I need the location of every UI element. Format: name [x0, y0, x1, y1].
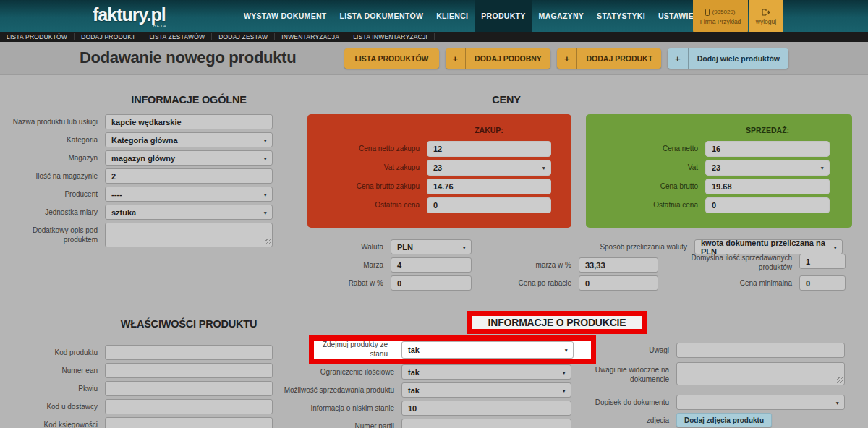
field-label: Cena brutto [586, 179, 705, 192]
purchase-vat-select[interactable]: 23▼ [427, 160, 551, 176]
dropdown-arrow-icon: ▼ [564, 347, 569, 352]
page-title: Dodawanie nowego produktu [80, 48, 296, 67]
field-label: Marża [275, 257, 391, 270]
field-label: zdjęcia [542, 413, 676, 426]
list-products-button[interactable]: LISTA PRODUKTÓW [344, 48, 438, 69]
sale-vat-select[interactable]: 23▼ [705, 160, 830, 176]
subnav-item-dodaj-zestaw[interactable]: DODAJ ZESTAW [212, 33, 275, 40]
price-after-discount-input[interactable]: 0 [579, 275, 658, 291]
account-area: (985029) Firma Przykład wyloguj [693, 0, 783, 33]
logout-label: wyloguj [756, 18, 776, 25]
section-title-general: INFORMACJE OGÓLNE [105, 94, 273, 106]
field-label: Możliwość sprzedawania produktu [213, 382, 401, 395]
sale-price-box: SPRZEDAŻ: Cena netto 16 Vat 23▼ Cena bru… [586, 114, 852, 228]
sale-box-title: SPRZEDAŻ: [705, 126, 830, 134]
subnav-item-dodaj-produkt[interactable]: DODAJ PRODUKT [75, 33, 142, 40]
default-qty-input[interactable]: 1 [799, 254, 846, 269]
field-label: Ilość na magazynie [7, 168, 105, 181]
nav-item-magazyny[interactable]: MAGAZYNY [532, 0, 590, 32]
purchase-box-title: ZAKUP: [427, 126, 551, 134]
dropdown-arrow-icon: ▼ [263, 155, 268, 160]
remarks-input[interactable] [676, 343, 845, 358]
subnav-item-lista-inwentaryzacji[interactable]: LISTA INWENTARYZACJI [346, 33, 435, 40]
sale-net-input[interactable]: 16 [705, 141, 830, 157]
dropdown-arrow-icon: ▼ [820, 166, 825, 171]
min-price-input[interactable]: 0 [799, 275, 846, 291]
sale-last-price-input[interactable]: 0 [705, 197, 830, 213]
field-label: Producent [7, 187, 105, 200]
description-textarea[interactable] [105, 223, 273, 247]
product-name-field[interactable]: kapcie wędkarskie [105, 114, 273, 129]
field-label: Informacja o niskim stanie [213, 401, 401, 414]
stock-input[interactable]: 2 [105, 168, 273, 184]
plus-icon: + [557, 48, 578, 69]
dropdown-arrow-icon: ▼ [562, 388, 566, 393]
dropdown-arrow-icon: ▼ [263, 137, 268, 142]
field-label: Pkwiu [7, 381, 105, 394]
plus-icon: + [668, 48, 689, 69]
beta-badge: BETA [153, 24, 166, 28]
doc-note-select[interactable]: ▼ [676, 395, 845, 410]
field-label: Kategoria [7, 132, 105, 145]
purchase-last-price-input[interactable]: 0 [427, 197, 551, 213]
field-label: marża w % [474, 257, 579, 270]
margin-pct-input[interactable]: 33,33 [579, 257, 658, 273]
page-header: Dodawanie nowego produktu LISTA PRODUKTÓ… [0, 42, 868, 75]
account-info-button[interactable]: (985029) Firma Przykład [693, 0, 748, 33]
subnav-item-lista-zestawow[interactable]: LISTA ZESTAWÓW [142, 33, 212, 40]
field-label: Dodatkowy opis pod produktem [7, 223, 105, 244]
field-label: Ostatnia cena [586, 197, 705, 210]
dropdown-arrow-icon: ▼ [263, 210, 268, 215]
producer-select[interactable]: ----▼ [105, 187, 273, 202]
currency-conversion-select[interactable]: kwota dokumentu przeliczana na PLN▼ [694, 239, 843, 254]
header-buttons: LISTA PRODUKTÓW + DODAJ PODOBNY + DODAJ … [344, 48, 788, 69]
dropdown-arrow-icon: ▼ [835, 400, 840, 405]
purchase-gross-input[interactable]: 14.76 [427, 179, 551, 194]
subnav-item-inwentaryzacja[interactable]: INWENTARYZACJA [275, 33, 346, 40]
field-label: Cena brutto zakupu [307, 179, 427, 192]
account-number: (985029) [712, 9, 735, 15]
margin-input[interactable]: 4 [391, 257, 472, 273]
page: faktury.pl BETA WYSTAW DOKUMENT LISTA DO… [0, 0, 868, 428]
currency-select[interactable]: PLN▼ [391, 239, 472, 254]
subnav-item-lista-produktow[interactable]: LISTA PRODUKTÓW [0, 33, 75, 40]
discount-input[interactable]: 0 [391, 275, 472, 291]
product-code-input[interactable] [105, 345, 273, 360]
logout-icon [762, 9, 770, 16]
nav-item-wystaw-dokument[interactable]: WYSTAW DOKUMENT [237, 0, 333, 32]
field-label: Uwagi nie widoczne na dokumencie [542, 362, 676, 384]
field-label: Dopisek do dokumentu [542, 395, 676, 408]
field-label: Numer ean [7, 363, 105, 376]
add-similar-button[interactable]: + DODAJ PODOBNY [446, 48, 550, 69]
field-label: Cena po rabacie [474, 275, 579, 288]
field-label: Zdejmuj produkty ze stanu [314, 341, 395, 359]
warehouse-select[interactable]: magazyn główny▼ [105, 150, 273, 166]
highlight-box-product-info-title: INFORMACJE O PRODUKCIE [467, 311, 647, 334]
purchase-price-box: ZAKUP: Cena netto zakupu 12 Vat zakupu 2… [307, 114, 571, 228]
section-title-prices: CENY [434, 94, 579, 106]
category-select[interactable]: Kategoria główna▼ [105, 132, 273, 147]
highlight-box-remove-from-stock: Zdejmuj produkty ze stanu tak▼ [309, 335, 596, 364]
purchase-net-input[interactable]: 12 [427, 141, 551, 157]
nav-item-produkty[interactable]: PRODUKTY [475, 0, 532, 32]
add-product-button[interactable]: + DODAJ PRODUKT [557, 48, 661, 69]
field-label: Waluta [275, 239, 391, 252]
add-many-products-button[interactable]: + Dodaj wiele produktów [668, 48, 788, 69]
hidden-remarks-textarea[interactable] [676, 362, 845, 385]
app-logo[interactable]: faktury.pl BETA [93, 4, 166, 25]
nav-item-lista-dokumentow[interactable]: LISTA DOKUMENTÓW [333, 0, 430, 32]
field-label: Magazyn [7, 150, 105, 163]
field-label: Ograniczenie ilościowe [213, 364, 401, 377]
dropdown-arrow-icon: ▼ [542, 166, 546, 171]
nav-item-klienci[interactable]: KLIENCI [430, 0, 475, 32]
nav-item-statystyki[interactable]: STATYSTYKI [590, 0, 652, 32]
field-label: Vat zakupu [307, 160, 427, 173]
sale-gross-input[interactable]: 19.68 [705, 179, 830, 194]
plus-icon: + [446, 48, 467, 69]
remove-from-stock-select[interactable]: tak▼ [401, 341, 574, 359]
field-label: Nazwa produktu lub usługi [7, 114, 105, 127]
logout-button[interactable]: wyloguj [749, 0, 783, 33]
field-label: Cena minimalna [684, 275, 799, 288]
add-photos-button[interactable]: Dodaj zdjęcia produktu [676, 413, 772, 427]
unit-select[interactable]: sztuka▼ [105, 205, 273, 220]
